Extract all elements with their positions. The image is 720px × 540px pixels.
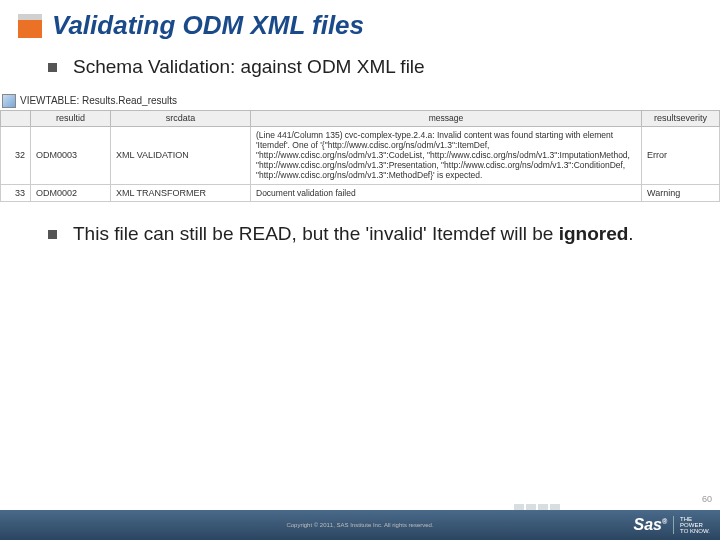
bullet-icon	[48, 63, 57, 72]
slide-title: Validating ODM XML files	[52, 10, 364, 41]
bullet-2-text-a: This file can still be READ, but the 'in…	[73, 223, 559, 244]
bullet-2-text-c: .	[628, 223, 633, 244]
col-message: message	[251, 110, 642, 126]
sas-logo: Sas®	[633, 516, 667, 534]
page-number: 60	[702, 494, 712, 504]
registered-icon: ®	[662, 518, 667, 525]
table-row: 33 ODM0002 XML TRANSFORMER Document vali…	[1, 184, 720, 201]
cell-srcdata: XML VALIDATION	[111, 126, 251, 184]
bullet-icon	[48, 230, 57, 239]
col-severity: resultseverity	[642, 110, 720, 126]
footer-bar: Copyright © 2011, SAS Institute Inc. All…	[0, 510, 720, 540]
cell-severity: Warning	[642, 184, 720, 201]
table-icon	[2, 94, 16, 108]
table-row: 32 ODM0003 XML VALIDATION (Line 441/Colu…	[1, 126, 720, 184]
cell-message: (Line 441/Column 135) cvc-complex-type.2…	[251, 126, 642, 184]
bullet-2: This file can still be READ, but the 'in…	[73, 222, 634, 247]
bullet-1: Schema Validation: against ODM XML file	[73, 55, 425, 80]
cell-resultid: ODM0003	[31, 126, 111, 184]
tagline-3: TO KNOW.	[680, 528, 710, 534]
cell-message: Document validation failed	[251, 184, 642, 201]
copyright-text: Copyright © 2011, SAS Institute Inc. All…	[286, 522, 433, 528]
bullet-2-bold: ignored	[559, 223, 629, 244]
col-resultid: resultid	[31, 110, 111, 126]
cell-resultid: ODM0002	[31, 184, 111, 201]
sas-logo-text: Sas	[633, 516, 661, 533]
cell-severity: Error	[642, 126, 720, 184]
cell-srcdata: XML TRANSFORMER	[111, 184, 251, 201]
tagline: THE POWER TO KNOW.	[673, 516, 710, 534]
cell-rownum: 32	[1, 126, 31, 184]
title-accent-icon	[18, 14, 42, 38]
viewtable-screenshot: VIEWTABLE: Results.Read_results resultid…	[0, 92, 720, 202]
cell-rownum: 33	[1, 184, 31, 201]
results-table: resultid srcdata message resultseverity …	[0, 110, 720, 202]
col-srcdata: srcdata	[111, 110, 251, 126]
viewtable-title: VIEWTABLE: Results.Read_results	[20, 95, 177, 106]
col-rownum	[1, 110, 31, 126]
